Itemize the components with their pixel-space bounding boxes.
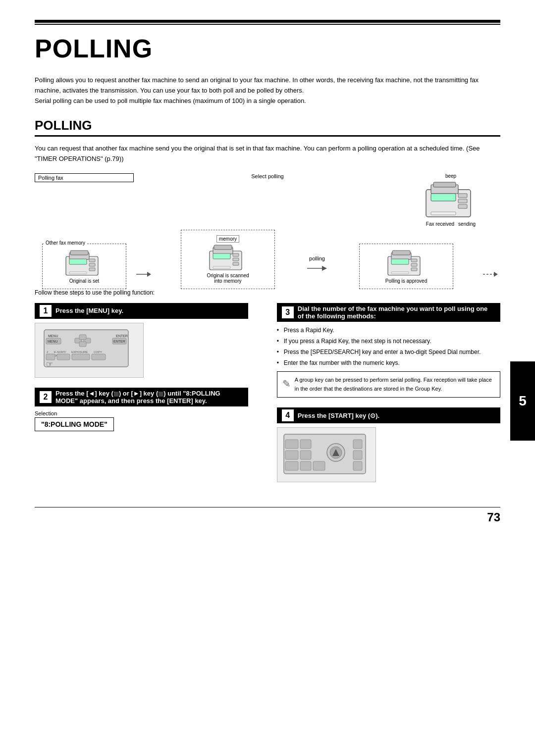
step3-header: 3 Dial the number of the fax machine you… [277, 303, 500, 322]
svg-rect-31 [391, 259, 409, 264]
section-desc: You can request that another fax machine… [35, 144, 500, 164]
svg-rect-56 [46, 354, 55, 360]
svg-rect-30 [392, 251, 410, 255]
step4-number: 4 [282, 409, 294, 421]
step3-bullets: Press a Rapid Key. If you press a Rapid … [277, 326, 500, 367]
step2-number: 2 [40, 391, 52, 403]
keyboard-svg: MENU ◄ ► ENTER MENU ENTER 2 E [39, 327, 138, 372]
svg-rect-69 [300, 451, 311, 459]
svg-rect-80 [353, 440, 362, 449]
svg-rect-14 [89, 268, 95, 271]
svg-rect-3 [431, 194, 456, 201]
svg-marker-27 [322, 266, 327, 271]
step1-title: Press the [MENU] key. [55, 307, 123, 314]
svg-rect-33 [411, 263, 417, 266]
fax-machine-2 [208, 244, 248, 271]
polling-approved-label: Polling is approved [385, 278, 428, 284]
step4-block: 4 Press the [START] key (⊙). DEF 3 C 6 [277, 407, 500, 482]
svg-rect-59 [92, 354, 106, 360]
svg-rect-4 [458, 194, 467, 198]
step2-block: 2 Press the [◄] key (⬛) or [►] key (⬛) u… [35, 388, 248, 431]
selection-label: Selection [35, 410, 248, 416]
fax-machine-3 [386, 249, 426, 276]
svg-rect-11 [69, 259, 87, 264]
other-fax-box: Other fax memory Original is set [42, 244, 126, 289]
svg-rect-10 [70, 251, 88, 255]
section-title: POLLING [35, 118, 500, 137]
svg-text:MENU: MENU [48, 334, 58, 338]
svg-rect-44 [79, 335, 86, 340]
svg-text:COPY: COPY [94, 351, 102, 353]
step1-header: 1 Press the [MENU] key. [35, 303, 248, 319]
svg-rect-20 [214, 245, 232, 250]
note-icon: ✎ [282, 376, 291, 393]
arrow1-svg [136, 269, 151, 279]
svg-rect-45 [79, 342, 86, 347]
display-box: "8:POLLING MODE" [35, 417, 114, 431]
arrow2-svg [483, 269, 498, 279]
svg-rect-75 [285, 461, 298, 470]
bullet-2: If you press a Rapid Key, the next step … [277, 337, 500, 346]
svg-rect-66 [300, 440, 311, 449]
svg-text:MENU: MENU [48, 340, 58, 343]
svg-rect-32 [411, 259, 417, 262]
steps-area: 1 Press the [MENU] key. MENU ◄ ► ENTER [35, 303, 500, 492]
step2-title: Press the [◄] key (⬛) or [►] key (⬛) unt… [55, 390, 243, 404]
svg-rect-5 [458, 199, 467, 203]
svg-rect-81 [353, 451, 362, 459]
svg-rect-22 [233, 253, 239, 256]
svg-rect-35 [391, 272, 409, 274]
svg-rect-21 [213, 253, 230, 259]
sending-label: sending [458, 221, 476, 227]
polling-center-label: polling [309, 255, 325, 261]
side-tab: 5 [510, 361, 535, 441]
svg-rect-6 [458, 204, 467, 208]
step4-header: 4 Press the [START] key (⊙). [277, 407, 500, 423]
bullet-3: Press the [SPEED/SEARCH] key and enter a… [277, 348, 500, 356]
memory-fax-box: memory Original is scanned into memory [181, 230, 275, 289]
steps-right-col: 3 Dial the number of the fax machine you… [277, 303, 500, 492]
intro-line2: Serial polling can be used to poll multi… [35, 97, 306, 104]
svg-rect-77 [300, 461, 311, 470]
steps-left-col: 1 Press the [MENU] key. MENU ◄ ► ENTER [35, 303, 258, 492]
other-fax-label: Other fax memory [45, 240, 86, 246]
polling-fax-label: Polling fax [35, 173, 134, 182]
svg-rect-57 [57, 354, 70, 360]
follow-steps-text: Follow these steps to use the polling fu… [35, 289, 500, 296]
svg-rect-34 [411, 268, 417, 271]
beep-label: beep [445, 173, 456, 179]
fax-machine-1 [64, 249, 104, 276]
bullet-4: Enter the fax number with the numeric ke… [277, 358, 500, 367]
keyboard-image: MENU ◄ ► ENTER MENU ENTER 2 E [35, 323, 144, 378]
svg-rect-2 [433, 182, 456, 187]
step3-number: 3 [282, 306, 294, 318]
step2-header: 2 Press the [◄] key (⬛) or [►] key (⬛) u… [35, 388, 248, 406]
numpad-svg: DEF 3 C 6 WXYZ 9 # [281, 432, 371, 476]
note-box: ✎ A group key can be pressed to perform … [277, 371, 500, 398]
step4-title: Press the [START] key (⊙). [298, 412, 379, 419]
svg-rect-7 [431, 212, 456, 215]
svg-text:EXPOSURE: EXPOSURE [71, 351, 88, 353]
fax-received-label: Fax received [426, 221, 454, 227]
intro-paragraph: Polling allows you to request another fa… [35, 75, 500, 106]
svg-rect-25 [213, 266, 230, 268]
diagram-wrapper: Polling fax Select polling beep [35, 173, 500, 289]
svg-text:☞: ☞ [46, 360, 53, 368]
svg-marker-17 [147, 272, 151, 277]
svg-text:E-SORT/: E-SORT/ [54, 351, 66, 353]
numpad-image: DEF 3 C 6 WXYZ 9 # [277, 427, 376, 482]
svg-rect-15 [69, 272, 87, 274]
intro-line1: Polling allows you to request another fa… [35, 76, 479, 94]
original-scanned-label: Original is scanned into memory [207, 273, 249, 284]
svg-rect-82 [353, 461, 362, 470]
step3-title: Dial the number of the fax machine you w… [298, 305, 495, 320]
svg-text:ENTER: ENTER [113, 340, 125, 343]
svg-rect-58 [72, 354, 90, 360]
bullet-1: Press a Rapid Key. [277, 326, 500, 335]
memory-label: memory [216, 235, 239, 243]
svg-rect-64 [285, 440, 298, 449]
svg-rect-23 [233, 258, 239, 261]
top-border2 [35, 24, 500, 25]
step1-number: 1 [40, 305, 52, 317]
note-text: A group key can be pressed to perform se… [295, 376, 495, 393]
